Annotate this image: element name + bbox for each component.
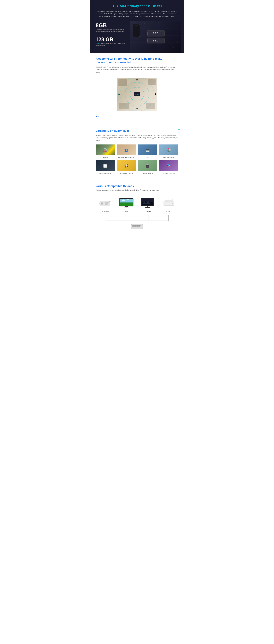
use-case-entertainment: Entertainment Venue xyxy=(159,160,178,174)
factory-image xyxy=(96,144,115,155)
carousel-controls xyxy=(96,114,178,120)
svg-rect-50 xyxy=(132,226,134,226)
wifi-image-container: ▲ BMAX 🖥️ 📱 💻 📺 xyxy=(96,78,178,110)
use-case-medical: Medical Institution xyxy=(159,144,178,158)
ssd-size: 128 GB xyxy=(96,37,127,42)
svg-rect-35 xyxy=(145,207,150,208)
printer-label: printers xyxy=(166,210,172,212)
svg-point-24 xyxy=(126,199,129,200)
printer-svg xyxy=(162,198,176,208)
ram-specs: 8GB 8 GB RAM memory allows you to run se… xyxy=(96,21,127,46)
device-printer: printers xyxy=(159,196,178,212)
device-icon-top: 🖥️ xyxy=(136,78,138,80)
tv-label: TVs xyxy=(125,210,128,212)
devices-corner-icon: – xyxy=(178,183,180,186)
office-image xyxy=(138,144,157,155)
ssd-desc: 128 GB SSD Storage allows you to save hu… xyxy=(96,42,127,46)
projector-svg xyxy=(98,198,112,207)
wifi-section: – Awesome Wi-Fi connectivity that is hel… xyxy=(90,52,184,125)
svg-rect-11 xyxy=(177,41,178,42)
room-background: ▲ BMAX 🖥️ 📱 💻 📺 xyxy=(117,78,157,110)
devices-divider xyxy=(96,193,103,193)
ssd-chip-1: SSD LPDDR4 xyxy=(147,30,164,36)
ram-image-container: SSD LPDDR4 SSD xyxy=(127,21,181,52)
financial-image xyxy=(96,160,115,171)
svg-rect-51 xyxy=(134,226,136,226)
use-case-financial: Financial Institution xyxy=(96,160,115,174)
tv-svg xyxy=(118,198,134,208)
wifi-divider xyxy=(96,75,103,75)
ram-size: 8GB xyxy=(96,23,127,28)
svg-rect-17 xyxy=(105,204,108,204)
device-icon-bottom: 💻 xyxy=(136,108,138,110)
versatility-title: Versatility on every level xyxy=(96,129,178,132)
financial-label: Financial Institution xyxy=(99,172,111,174)
dot-1[interactable] xyxy=(96,116,97,117)
svg-point-33 xyxy=(152,199,152,199)
ssd-highlight: 128 GB xyxy=(96,43,100,44)
corner-minus-icon: – xyxy=(178,56,180,58)
printer-container xyxy=(160,196,177,209)
use-case-commercial: Commercial Organization xyxy=(117,144,136,158)
svg-rect-52 xyxy=(136,226,138,226)
ram-desc: 8 GB RAM memory allows you to run severa… xyxy=(96,29,127,33)
office-label: Office xyxy=(146,157,150,158)
wifi-description: With built-in Wi-Fi, it is suitable for … xyxy=(96,66,178,74)
svg-rect-53 xyxy=(139,226,140,226)
versatility-corner-icon: – xyxy=(178,128,180,131)
svg-rect-26 xyxy=(124,207,129,208)
device-tv: TVs xyxy=(117,196,136,212)
svg-rect-10 xyxy=(173,47,174,48)
ram-title: 8 GB RAM memory and 128GB SSD xyxy=(96,4,178,8)
use-case-family: Family Entertainment xyxy=(138,160,157,174)
devices-grid: projectors TVs xyxy=(96,196,178,212)
wifi-title: Awesome Wi-Fi connectivity that is helpi… xyxy=(96,57,164,64)
scroll-indicator xyxy=(178,114,178,120)
versatility-section: – Versatility on every level Ultimate co… xyxy=(90,125,184,180)
device-monitor: monitors xyxy=(138,196,157,212)
commercial-image xyxy=(117,144,136,155)
entertainment-image xyxy=(159,160,178,171)
monitor-svg xyxy=(141,197,155,208)
svg-rect-9 xyxy=(144,23,145,24)
monitor-label: monitors xyxy=(145,210,151,212)
projector-container xyxy=(97,196,114,209)
ram-description: Blazing-fast speeds with M.2 Native M.2 … xyxy=(97,10,177,18)
use-case-factory: Factory xyxy=(96,144,115,158)
bmax-device: ▲ BMAX xyxy=(134,92,141,96)
projector-label: projectors xyxy=(102,210,109,212)
use-case-office: Office xyxy=(138,144,157,158)
svg-rect-39 xyxy=(164,205,174,206)
factory-label: Factory xyxy=(103,157,108,158)
phone-silhouette xyxy=(133,24,140,37)
svg-rect-18 xyxy=(109,201,110,202)
medical-image xyxy=(159,144,178,155)
devices-title: Various Compatible Devices xyxy=(96,184,178,188)
entertainment-label: Entertainment Venue xyxy=(162,172,175,174)
svg-point-30 xyxy=(143,199,143,200)
device-projector: projectors xyxy=(96,196,115,212)
svg-rect-54 xyxy=(141,226,141,226)
svg-point-31 xyxy=(146,199,147,199)
use-case-advertising: Advertising Industry xyxy=(117,160,136,174)
ssd-chip-2: SSD xyxy=(147,38,164,44)
svg-rect-38 xyxy=(165,199,172,200)
advertising-label: Advertising Industry xyxy=(120,172,133,174)
svg-point-32 xyxy=(150,200,150,200)
tv-container xyxy=(118,196,135,209)
dot-2[interactable] xyxy=(97,116,99,117)
svg-rect-42 xyxy=(171,202,172,203)
devices-section: – Various Compatible Devices Meets a wid… xyxy=(90,180,184,234)
connection-lines-svg xyxy=(96,215,178,229)
ram-section: 8 GB RAM memory and 128GB SSD Blazing-fa… xyxy=(90,0,184,52)
devices-description: Meets a wide range of connected devices,… xyxy=(96,189,178,192)
svg-rect-22 xyxy=(120,202,133,206)
svg-rect-15 xyxy=(105,202,109,202)
medical-label: Medical Institution xyxy=(163,157,174,158)
bmax-brand: BMAX xyxy=(135,94,139,96)
ssd-visual: SSD LPDDR4 SSD xyxy=(130,21,181,52)
connection-diagram xyxy=(96,215,178,229)
svg-point-23 xyxy=(122,200,125,201)
monitor-container xyxy=(139,196,156,209)
svg-point-40 xyxy=(172,203,173,204)
